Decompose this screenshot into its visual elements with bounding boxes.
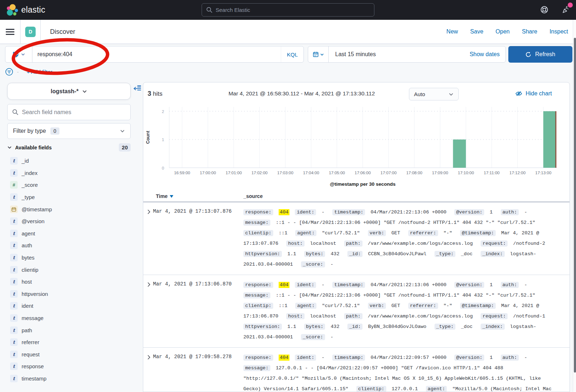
text-type-icon: t <box>10 193 18 201</box>
text-type-icon: t <box>10 302 18 310</box>
inspect-button[interactable]: Inspect <box>549 28 568 35</box>
discover-app-badge: D <box>25 27 36 37</box>
field-item-httpversion[interactable]: thttpversion <box>7 288 137 300</box>
field-item-clientip[interactable]: tclientip <box>7 263 137 276</box>
field-item-_index[interactable]: t_index <box>7 167 137 179</box>
open-button[interactable]: Open <box>496 28 510 35</box>
quick-select-button[interactable] <box>308 46 329 62</box>
field-value: GET <box>391 303 400 308</box>
elastic-brand[interactable]: elastic <box>0 4 45 17</box>
text-type-icon: t <box>10 157 18 165</box>
svg-text:17:05:00: 17:05:00 <box>329 171 345 175</box>
time-range-value[interactable]: Last 15 minutes <box>329 51 469 58</box>
histogram-chart[interactable]: 01216:59:0017:00:0017:01:0017:02:0017:03… <box>143 82 570 189</box>
page-scrollbar[interactable] <box>573 20 576 392</box>
field-item-bytes[interactable]: tbytes <box>7 252 137 264</box>
field-value: 04/Mar/2021:22:13:06 +0000 <box>371 282 447 288</box>
field-value: 1 <box>490 355 492 360</box>
field-label: _id <box>22 158 29 164</box>
field-value: localhost <box>310 314 336 319</box>
global-search-input[interactable]: Search Elastic <box>202 3 374 17</box>
expand-doc-button[interactable] <box>143 352 153 392</box>
field-value: ::1 - - [04/Mar/2021:22:13:06 +0000] "GE… <box>276 220 535 225</box>
field-search-input[interactable]: Search field names <box>7 104 131 120</box>
saved-query-menu-button[interactable] <box>5 46 32 62</box>
field-value: - <box>321 209 324 215</box>
expand-doc-button[interactable] <box>143 280 153 342</box>
help-icon[interactable] <box>540 5 549 14</box>
field-label: bytes <box>22 254 35 261</box>
share-button[interactable]: Share <box>522 28 537 35</box>
filter-row: - + Add filter <box>5 68 52 76</box>
field-badge: message: <box>243 220 270 226</box>
field-item-timestamp[interactable]: ttimestamp <box>7 373 137 385</box>
field-badge: response: <box>243 355 273 361</box>
field-label: response <box>22 363 44 369</box>
expand-doc-icon <box>147 209 151 214</box>
field-label: path <box>22 327 32 333</box>
refresh-icon <box>525 51 531 58</box>
svg-text:17:03:00: 17:03:00 <box>277 171 293 175</box>
field-item-@version[interactable]: t@version <box>7 215 137 227</box>
expand-doc-icon <box>147 282 151 287</box>
field-item-@timestamp[interactable]: @timestamp <box>7 203 137 215</box>
field-label: auth <box>22 242 32 248</box>
filter-menu-icon[interactable] <box>5 68 13 76</box>
index-pattern-name: logstash-* <box>51 88 78 95</box>
toolbar-actions: NewSaveOpenShareInspect <box>446 28 576 35</box>
field-item-message[interactable]: tmessage <box>7 312 137 324</box>
refresh-button[interactable]: Refresh <box>508 46 572 63</box>
field-value: CCBN_3cB04dGovJLPawl <box>368 251 426 257</box>
field-item-ident[interactable]: tident <box>7 300 137 312</box>
field-item-path[interactable]: tpath <box>7 324 137 336</box>
doc-source: response: 404 ident: - timestamp: 04/Mar… <box>243 352 570 392</box>
doc-source: response: 404 ident: - timestamp: 04/Mar… <box>243 207 570 270</box>
field-item-host[interactable]: thost <box>7 276 137 288</box>
new-button[interactable]: New <box>446 28 458 35</box>
menu-button[interactable] <box>0 20 21 44</box>
field-badge: auth: <box>501 282 519 288</box>
field-item-request[interactable]: trequest <box>7 348 137 361</box>
expand-doc-button[interactable] <box>143 207 153 270</box>
field-value: /var/www/example.com/logs/access.log <box>368 241 473 246</box>
field-item-response[interactable]: tresponse <box>7 360 137 373</box>
field-value: localhost <box>310 241 336 246</box>
field-badge: clientip: <box>243 303 273 309</box>
field-item-auth[interactable]: tauth <box>7 239 137 252</box>
field-badge: request: <box>481 240 508 247</box>
breadcrumb-bar: D Discover NewSaveOpenShareInspect <box>0 20 576 44</box>
index-pattern-selector[interactable]: logstash-* <box>7 83 131 100</box>
save-button[interactable]: Save <box>470 28 483 35</box>
field-label: @version <box>22 218 45 224</box>
field-badge: _id: <box>347 324 363 330</box>
filter-by-type-control[interactable]: Filter by type 0 <box>7 123 131 139</box>
field-item-agent[interactable]: tagent <box>7 227 137 240</box>
field-item-_id[interactable]: t_id <box>7 155 137 167</box>
time-column-header[interactable]: Time <box>156 193 174 199</box>
field-badge: verb: <box>368 230 386 236</box>
sort-desc-icon <box>170 195 174 198</box>
query-input[interactable]: response:404 KQL <box>5 46 304 63</box>
field-item-_type[interactable]: t_type <box>7 191 137 203</box>
add-filter-button[interactable]: + Add filter <box>27 69 52 75</box>
field-item-referrer[interactable]: treferrer <box>7 336 137 348</box>
field-badge: bytes: <box>304 251 325 257</box>
field-item-_score[interactable]: #_score <box>7 179 137 191</box>
field-badge: path: <box>344 313 363 319</box>
scrollbar-thumb[interactable] <box>574 38 576 373</box>
field-list: t_idt_index#_scoret_type@timestampt@vers… <box>7 155 137 384</box>
field-badge: _index: <box>481 251 505 257</box>
field-value: "-" <box>444 230 452 236</box>
table-row: Mar 4, 2021 @ 17:13:07.876response: 404 … <box>143 202 570 275</box>
field-value: ::1 - - [04/Mar/2021:22:13:06 +0000] "GE… <box>276 293 535 298</box>
elastic-logo-icon <box>6 4 18 17</box>
collapse-sidebar-icon[interactable] <box>133 84 141 92</box>
doc-time: Mar 4, 2021 @ 17:09:58.278 <box>153 352 243 392</box>
show-dates-button[interactable]: Show dates <box>469 51 505 58</box>
available-fields-count: 20 <box>119 143 131 152</box>
field-badge: host: <box>286 313 305 319</box>
query-language-button[interactable]: KQL <box>281 46 303 62</box>
available-fields-header[interactable]: Available fields 20 <box>7 143 131 152</box>
query-text[interactable]: response:404 <box>32 51 281 58</box>
calendar-glyph <box>12 207 16 212</box>
